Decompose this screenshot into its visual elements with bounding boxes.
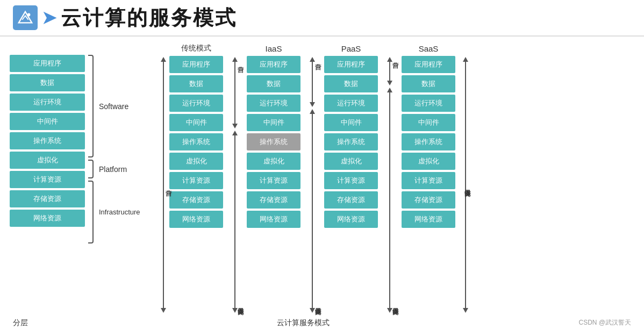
iaas-item: 数据 bbox=[247, 75, 300, 92]
col-headers: 传统模式 IaaS PaaS SaaS bbox=[158, 42, 634, 55]
paas-item: 操作系统 bbox=[324, 133, 378, 150]
saas-item: 计算资源 bbox=[402, 172, 455, 189]
col-traditional: 应用程序 数据 运行环境 中间件 操作系统 虚拟化 计算资源 存储资源 网络资源 bbox=[169, 56, 223, 314]
iaas-item: 虚拟化 bbox=[247, 153, 300, 170]
col-saas: 应用程序 数据 运行环境 中间件 操作系统 虚拟化 计算资源 存储资源 网络资源 bbox=[402, 56, 455, 314]
layer-item: 存储资源 bbox=[10, 190, 85, 207]
columns-body: 自营 应用程序 数据 运行环境 中间件 操作系统 虚拟化 计算资源 存储资源 网… bbox=[158, 56, 634, 314]
footer-right: CSDN @武汉誓天 bbox=[578, 318, 631, 328]
trad-item: 操作系统 bbox=[169, 133, 223, 150]
bracket-labels: Software Platform Infrastruc bbox=[88, 55, 140, 268]
trad-item: 中间件 bbox=[169, 114, 223, 131]
layer-item: 计算资源 bbox=[10, 171, 85, 188]
paas-item: 虚拟化 bbox=[324, 153, 378, 170]
saas-item: 虚拟化 bbox=[402, 153, 455, 170]
layer-item: 数据 bbox=[10, 74, 85, 91]
software-label: Software bbox=[99, 102, 128, 111]
trad-item: 网络资源 bbox=[169, 211, 223, 228]
col-iaas: 应用程序 数据 运行环境 中间件 操作系统 虚拟化 计算资源 存储资源 网络资源 bbox=[247, 56, 300, 314]
layer-item: 应用程序 bbox=[10, 55, 85, 72]
col-header-saas: SaaS bbox=[402, 44, 455, 53]
col-header-iaas: IaaS bbox=[247, 44, 300, 53]
saas-item: 网络资源 bbox=[402, 211, 455, 228]
iaas-item: 应用程序 bbox=[247, 56, 300, 73]
paas-item: 存储资源 bbox=[324, 191, 378, 209]
saas-item: 中间件 bbox=[402, 114, 455, 131]
paas-item: 中间件 bbox=[324, 114, 378, 131]
logo-box bbox=[13, 5, 38, 30]
col-header-traditional: 传统模式 bbox=[169, 44, 223, 53]
iaas-item: 网络资源 bbox=[247, 211, 300, 228]
header: ➤ 云计算的服务模式 bbox=[0, 0, 644, 37]
divider-1: 自营 云服务商提供 bbox=[223, 56, 247, 314]
layer-stack: 应用程序 数据 运行环境 中间件 操作系统 虚拟化 计算资源 存储资源 网络资源 bbox=[10, 55, 85, 227]
paas-item: 网络资源 bbox=[324, 211, 378, 228]
svg-point-1 bbox=[27, 13, 31, 17]
saas-item: 运行环境 bbox=[402, 95, 455, 112]
footer-left: 分层 bbox=[13, 318, 28, 328]
saas-item: 操作系统 bbox=[402, 133, 455, 150]
layer-item: 虚拟化 bbox=[10, 152, 85, 169]
trad-item: 计算资源 bbox=[169, 172, 223, 189]
iaas-item-os: 操作系统 bbox=[247, 133, 300, 150]
platform-label: Platform bbox=[99, 165, 127, 174]
saas-item: 应用程序 bbox=[402, 56, 455, 73]
col-header-paas: PaaS bbox=[324, 44, 378, 53]
left-section: 应用程序 数据 运行环境 中间件 操作系统 虚拟化 计算资源 存储资源 网络资源 bbox=[10, 42, 152, 314]
paas-item: 应用程序 bbox=[324, 56, 378, 73]
saas-right-arrow: 云服务商提供 bbox=[455, 56, 476, 314]
header-arrow: ➤ bbox=[42, 8, 56, 28]
footer-center: 云计算服务模式 bbox=[277, 318, 330, 328]
paas-item: 运行环境 bbox=[324, 95, 378, 112]
trad-item: 数据 bbox=[169, 75, 223, 92]
saas-item: 存储资源 bbox=[402, 191, 455, 209]
layer-item: 运行环境 bbox=[10, 94, 85, 111]
trad-item: 运行环境 bbox=[169, 95, 223, 112]
trad-item: 存储资源 bbox=[169, 191, 223, 209]
infrastructure-label: Infrastructure bbox=[99, 208, 140, 217]
traditional-left-arrow: 自营 bbox=[158, 56, 169, 314]
col-paas: 应用程序 数据 运行环境 中间件 操作系统 虚拟化 计算资源 存储资源 网络资源 bbox=[324, 56, 378, 314]
layer-item: 网络资源 bbox=[10, 210, 85, 227]
page-title: 云计算的服务模式 bbox=[61, 4, 237, 32]
trad-item: 虚拟化 bbox=[169, 153, 223, 170]
divider-3: 自营 云服务商提供 bbox=[378, 56, 402, 314]
iaas-item: 运行环境 bbox=[247, 95, 300, 112]
trad-item: 应用程序 bbox=[169, 56, 223, 73]
iaas-item: 存储资源 bbox=[247, 191, 300, 209]
main-area: 应用程序 数据 运行环境 中间件 操作系统 虚拟化 计算资源 存储资源 网络资源 bbox=[0, 37, 644, 330]
mountain-icon bbox=[17, 10, 33, 26]
iaas-item: 计算资源 bbox=[247, 172, 300, 189]
paas-item: 数据 bbox=[324, 75, 378, 92]
divider-2: 自营 云服务商提供 bbox=[300, 56, 324, 314]
columns-section: 传统模式 IaaS PaaS SaaS bbox=[158, 42, 634, 314]
paas-item: 计算资源 bbox=[324, 172, 378, 189]
page-container: ➤ 云计算的服务模式 应用程序 数据 运行环境 中间件 操作系统 虚拟化 计算资… bbox=[0, 0, 644, 330]
svg-marker-0 bbox=[19, 12, 32, 23]
iaas-item: 中间件 bbox=[247, 114, 300, 131]
footer: 分层 云计算服务模式 CSDN @武汉誓天 bbox=[0, 318, 644, 328]
layer-item: 中间件 bbox=[10, 113, 85, 130]
saas-item: 数据 bbox=[402, 75, 455, 92]
layer-item: 操作系统 bbox=[10, 132, 85, 149]
